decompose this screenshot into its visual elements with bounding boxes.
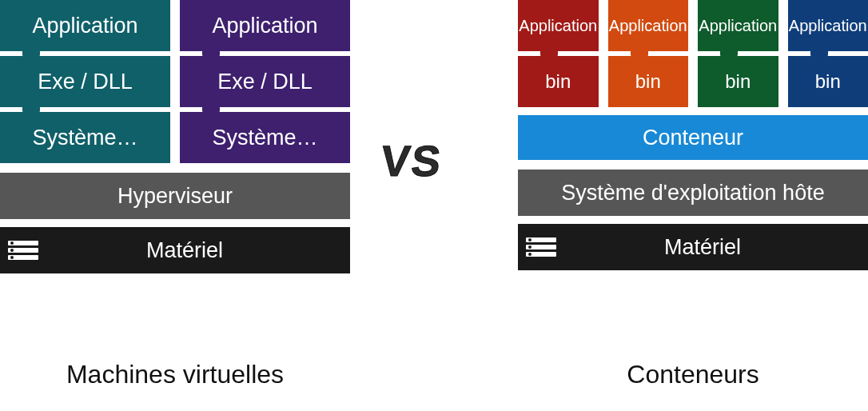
vm-title: Machines virtuelles [0, 360, 350, 389]
vm-os-row: Système… Système… [0, 112, 350, 163]
vm1-exe-block: Exe / DLL [0, 56, 170, 107]
c3-bin-block: bin [698, 56, 778, 107]
vm1-app-block: Application [0, 0, 170, 51]
container-hardware-block: Matériel [518, 224, 868, 270]
vm-hardware-label: Matériel [51, 238, 350, 263]
vm2-app-block: Application [180, 0, 350, 51]
vm-stack: Application Application Exe / DLL Exe / … [0, 0, 350, 273]
vm2-exe-block: Exe / DLL [180, 56, 350, 107]
container-title: Conteneurs [518, 360, 868, 389]
vs-text: VS [379, 136, 445, 186]
server-icon [526, 231, 556, 263]
container-stack: Application Application Application Appl… [518, 0, 868, 270]
vm2-os-block: Système… [180, 112, 350, 163]
vm1-os-block: Système… [0, 112, 170, 163]
c4-app-block: Application [788, 0, 869, 51]
container-engine-block: Conteneur [518, 115, 868, 160]
container-bin-row: bin bin bin bin [518, 56, 868, 107]
server-icon [8, 234, 38, 266]
hypervisor-block: Hyperviseur [0, 173, 350, 219]
c1-app-block: Application [518, 0, 599, 51]
container-hardware-label: Matériel [569, 235, 868, 260]
vm-hardware-block: Matériel [0, 227, 350, 273]
c3-app-block: Application [698, 0, 778, 51]
c2-app-block: Application [608, 0, 689, 51]
vm-exe-row: Exe / DLL Exe / DLL [0, 56, 350, 107]
c2-bin-block: bin [608, 56, 689, 107]
vm-apps-row: Application Application [0, 0, 350, 51]
container-apps-row: Application Application Application Appl… [518, 0, 868, 51]
vs-badge: VS [368, 130, 456, 192]
c4-bin-block: bin [788, 56, 869, 107]
c1-bin-block: bin [518, 56, 599, 107]
host-os-block: Système d'exploitation hôte [518, 170, 868, 216]
